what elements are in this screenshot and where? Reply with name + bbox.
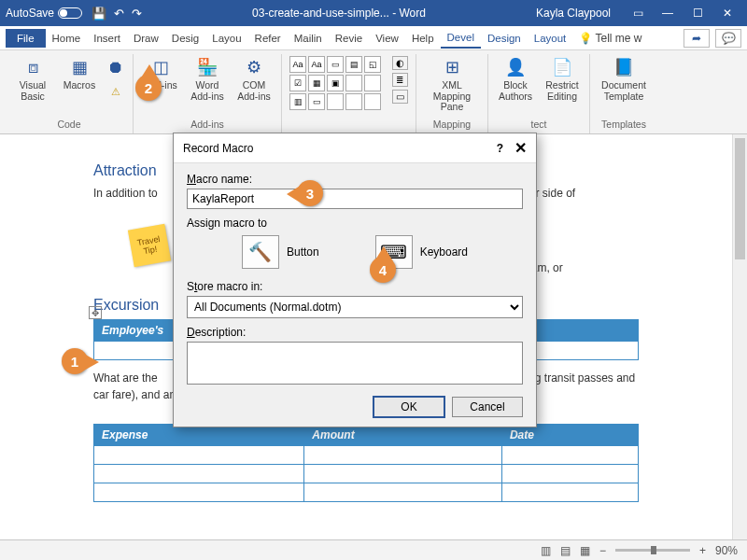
restrict-editing-button[interactable]: 📄Restrict Editing (543, 56, 582, 102)
tab-references[interactable]: Refer (248, 29, 288, 48)
document-title: 03-create-and-use-simple... - Word (142, 7, 536, 20)
help-icon[interactable]: ? (497, 142, 503, 155)
save-icon[interactable]: 💾 (92, 7, 106, 21)
hammer-icon: 🔨 (242, 235, 279, 269)
tab-view[interactable]: View (369, 29, 405, 48)
callout-3: 3 (297, 180, 323, 206)
word-addins-label: Word Add-ins (188, 80, 227, 102)
zoom-level[interactable]: 90% (715, 544, 738, 557)
redo-icon[interactable]: ↷ (132, 7, 142, 21)
zoom-in-icon[interactable]: + (699, 544, 706, 557)
tell-me[interactable]: 💡 Tell me w (572, 28, 648, 49)
close-icon[interactable]: ✕ (514, 139, 527, 157)
zoom-slider[interactable] (615, 549, 690, 552)
com-addins-button[interactable]: ⚙COM Add-ins (234, 56, 274, 102)
tab-review[interactable]: Revie (329, 29, 369, 48)
scrollbar[interactable] (732, 134, 747, 539)
record-macro-button[interactable]: ⏺⚠ (106, 56, 125, 103)
macros-icon: ▦ (68, 56, 91, 78)
description-input[interactable] (187, 342, 523, 385)
quick-access-toolbar: 💾 ↶ ↷ (92, 7, 142, 21)
toggle-icon (58, 7, 82, 19)
ribbon: ⧈Visual Basic ▦Macros ⏺⚠ Code ◫Add-ins 🏪… (0, 50, 747, 134)
menubar: File Home Insert Draw Desig Layou Refer … (0, 26, 747, 50)
dialog-titlebar[interactable]: Record Macro ? ✕ (174, 133, 536, 163)
com-addins-label: COM Add-ins (234, 80, 274, 102)
xml-icon: ⊞ (441, 56, 463, 78)
controls-grid[interactable]: AaAa▭▤◱ ☑▦▣ ▥▭ (289, 56, 381, 110)
keyboard-label: Keyboard (420, 245, 468, 259)
group-button[interactable]: ▭ (392, 90, 408, 104)
autosave-label: AutoSave (6, 7, 54, 20)
doc-template-button[interactable]: 📘Document Template (598, 56, 650, 102)
titlebar: AutoSave 💾 ↶ ↷ 03-create-and-use-simple.… (0, 0, 747, 26)
macro-name-input[interactable] (187, 189, 523, 209)
table-row[interactable] (94, 465, 639, 483)
group-code-label: Code (57, 117, 80, 132)
view-web-icon[interactable]: ▦ (580, 544, 590, 557)
table-anchor-icon[interactable]: ✥ (89, 306, 102, 319)
window-buttons: ▭ — ☐ ✕ (624, 3, 741, 23)
callout-2: 2 (135, 75, 162, 101)
block-icon: 👤 (504, 56, 527, 78)
template-icon: 📘 (613, 56, 635, 78)
group-controls: AaAa▭▤◱ ☑▦▣ ▥▭ ◐ ≣ ▭ (282, 54, 416, 133)
store-macro-select[interactable]: All Documents (Normal.dotm) (187, 296, 523, 318)
ribbon-options-icon[interactable]: ▭ (624, 3, 652, 23)
scroll-thumb[interactable] (735, 138, 745, 259)
maximize-icon[interactable]: ☐ (684, 3, 712, 23)
xml-label: XML Mapping Pane (424, 80, 480, 113)
xml-mapping-button[interactable]: ⊞XML Mapping Pane (424, 56, 480, 113)
minimize-icon[interactable]: — (654, 3, 682, 23)
table-row[interactable] (94, 446, 639, 465)
com-addins-icon: ⚙ (243, 56, 265, 78)
cancel-button[interactable]: Cancel (452, 397, 523, 417)
view-read-icon[interactable]: ▥ (541, 544, 551, 557)
tab-mailings[interactable]: Mailin (288, 29, 329, 48)
tab-help[interactable]: Help (405, 29, 441, 48)
tab-table-design[interactable]: Design (481, 29, 528, 48)
tab-developer[interactable]: Devel (441, 28, 481, 49)
group-addins-label: Add-ins (190, 117, 224, 132)
ok-button[interactable]: OK (374, 397, 444, 417)
group-mapping: ⊞XML Mapping Pane Mapping (416, 54, 488, 133)
callout-1: 1 (62, 348, 88, 374)
template-label: Document Template (598, 80, 650, 102)
tab-file[interactable]: File (6, 29, 46, 48)
warning-icon: ⚠ (105, 80, 127, 103)
group-protect-label: tect (531, 117, 547, 132)
user-name[interactable]: Kayla Claypool (536, 7, 611, 20)
button-label: Button (287, 245, 319, 259)
design-mode-button[interactable]: ◐ (392, 56, 408, 70)
close-icon[interactable]: ✕ (713, 3, 741, 23)
visual-basic-button[interactable]: ⧈Visual Basic (13, 56, 52, 102)
macros-button[interactable]: ▦Macros (60, 56, 99, 91)
tab-layout[interactable]: Layou (205, 29, 247, 48)
tab-insert[interactable]: Insert (87, 29, 127, 48)
table-row[interactable] (94, 483, 639, 502)
macro-name-label: Macro name: (187, 173, 523, 186)
callout-4: 4 (370, 257, 396, 283)
block-authors-button[interactable]: 👤Block Authors (496, 56, 535, 102)
comments-button[interactable]: 💬 (715, 29, 741, 48)
restrict-icon: 📄 (551, 56, 573, 78)
zoom-out-icon[interactable]: − (599, 544, 606, 557)
record-icon: ⏺ (105, 56, 127, 78)
word-addins-button[interactable]: 🏪Word Add-ins (188, 56, 227, 102)
share-button[interactable]: ➦ (684, 29, 710, 48)
assign-label: Assign macro to (187, 217, 523, 230)
dialog-title: Record Macro (183, 142, 497, 155)
tab-design[interactable]: Desig (165, 29, 205, 48)
assign-button-button[interactable]: 🔨 Button (242, 235, 319, 269)
view-print-icon[interactable]: ▤ (560, 544, 571, 557)
tab-home[interactable]: Home (46, 29, 88, 48)
undo-icon[interactable]: ↶ (114, 7, 124, 21)
tab-draw[interactable]: Draw (127, 29, 165, 48)
expense-table[interactable]: ExpenseAmountDate (93, 424, 639, 502)
vb-label: Visual Basic (13, 80, 52, 102)
group-code: ⧈Visual Basic ▦Macros ⏺⚠ Code (6, 54, 134, 133)
properties-button[interactable]: ≣ (392, 73, 408, 87)
word-addins-icon: 🏪 (196, 56, 218, 78)
tab-table-layout[interactable]: Layout (528, 29, 573, 48)
autosave-toggle[interactable]: AutoSave (6, 7, 82, 20)
